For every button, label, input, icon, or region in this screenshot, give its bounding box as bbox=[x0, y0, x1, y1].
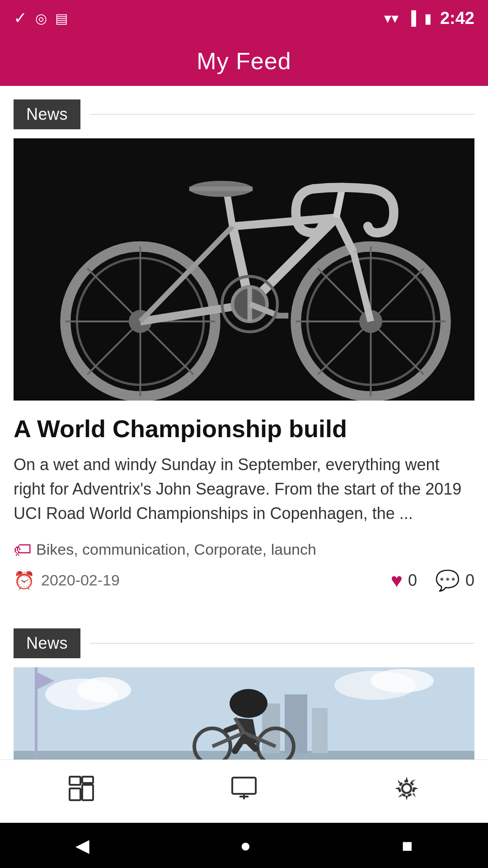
article-image-2 bbox=[14, 667, 474, 767]
android-nav-bar: ◀ ● ■ bbox=[0, 823, 488, 868]
date-text-1: 2020-02-19 bbox=[41, 571, 120, 589]
svg-rect-51 bbox=[70, 777, 80, 785]
battery-icon: ▮ bbox=[424, 10, 432, 26]
news-section-2: News bbox=[0, 615, 488, 776]
comment-count: 0 bbox=[465, 571, 474, 590]
svg-rect-38 bbox=[285, 694, 307, 753]
bike-svg bbox=[14, 138, 474, 401]
tag-icon: 🏷 bbox=[14, 539, 32, 560]
svg-point-59 bbox=[402, 784, 411, 793]
status-bar: ✓ ◎ ▤ ▾▾ ▐ ▮ 2:42 bbox=[0, 0, 488, 36]
like-action[interactable]: ♥ 0 bbox=[391, 569, 417, 592]
article-date-1: ⏰ 2020-02-19 bbox=[14, 571, 120, 590]
page-title: My Feed bbox=[197, 47, 291, 75]
cyclist-svg bbox=[14, 667, 474, 767]
article-tags-1: 🏷 Bikes, communication, Corporate, launc… bbox=[14, 539, 474, 560]
status-right-icons: ▾▾ ▐ ▮ 2:42 bbox=[384, 9, 474, 28]
settings-icon[interactable] bbox=[393, 775, 420, 808]
recent-button[interactable]: ■ bbox=[402, 835, 413, 856]
nav-item-settings[interactable] bbox=[366, 766, 447, 817]
article-meta-1: ⏰ 2020-02-19 ♥ 0 💬 0 bbox=[14, 569, 474, 592]
display-icon[interactable] bbox=[230, 775, 258, 808]
article-card-2[interactable] bbox=[0, 667, 488, 767]
feed-content: News bbox=[0, 86, 488, 868]
signal-icon: ▐ bbox=[407, 10, 416, 26]
news-section-1: News bbox=[0, 86, 488, 615]
nav-item-display[interactable] bbox=[203, 766, 285, 817]
article-card-1[interactable]: A World Championship build On a wet and … bbox=[0, 138, 488, 606]
comment-action[interactable]: 💬 0 bbox=[435, 569, 474, 592]
comment-icon[interactable]: 💬 bbox=[435, 569, 460, 592]
back-button[interactable]: ◀ bbox=[75, 835, 89, 856]
svg-rect-54 bbox=[82, 785, 93, 800]
tags-text-1: Bikes, communication, Corporate, launch bbox=[36, 541, 316, 558]
news-badge-1: News bbox=[14, 99, 80, 129]
nav-item-feed[interactable] bbox=[41, 766, 122, 817]
sync-icon: ◎ bbox=[35, 10, 47, 26]
heart-icon[interactable]: ♥ bbox=[391, 569, 403, 592]
sd-card-icon: ▤ bbox=[55, 10, 68, 26]
article-title-1[interactable]: A World Championship build bbox=[14, 414, 474, 443]
article-excerpt-1: On a wet and windy Sunday in September, … bbox=[14, 453, 474, 526]
section-divider-1: News bbox=[0, 86, 488, 138]
svg-rect-52 bbox=[70, 788, 80, 800]
svg-point-35 bbox=[371, 669, 434, 693]
article-image-1 bbox=[14, 138, 474, 401]
svg-rect-55 bbox=[232, 778, 256, 794]
svg-rect-53 bbox=[82, 777, 93, 783]
status-left-icons: ✓ ◎ ▤ bbox=[14, 9, 68, 28]
svg-point-40 bbox=[230, 689, 267, 718]
home-button[interactable]: ● bbox=[240, 835, 251, 856]
like-count: 0 bbox=[408, 571, 417, 590]
news-badge-2: News bbox=[14, 628, 80, 658]
bottom-navigation bbox=[0, 760, 488, 823]
article-actions-1: ♥ 0 💬 0 bbox=[391, 569, 474, 592]
status-time: 2:42 bbox=[440, 9, 474, 28]
svg-rect-39 bbox=[312, 708, 328, 753]
app-header: My Feed bbox=[0, 36, 488, 86]
feed-icon[interactable] bbox=[68, 775, 95, 808]
section-divider-2: News bbox=[0, 615, 488, 667]
check-icon: ✓ bbox=[14, 9, 27, 28]
svg-rect-29 bbox=[276, 313, 288, 319]
wifi-icon: ▾▾ bbox=[384, 9, 399, 27]
clock-icon: ⏰ bbox=[14, 571, 35, 590]
svg-point-33 bbox=[77, 677, 131, 703]
